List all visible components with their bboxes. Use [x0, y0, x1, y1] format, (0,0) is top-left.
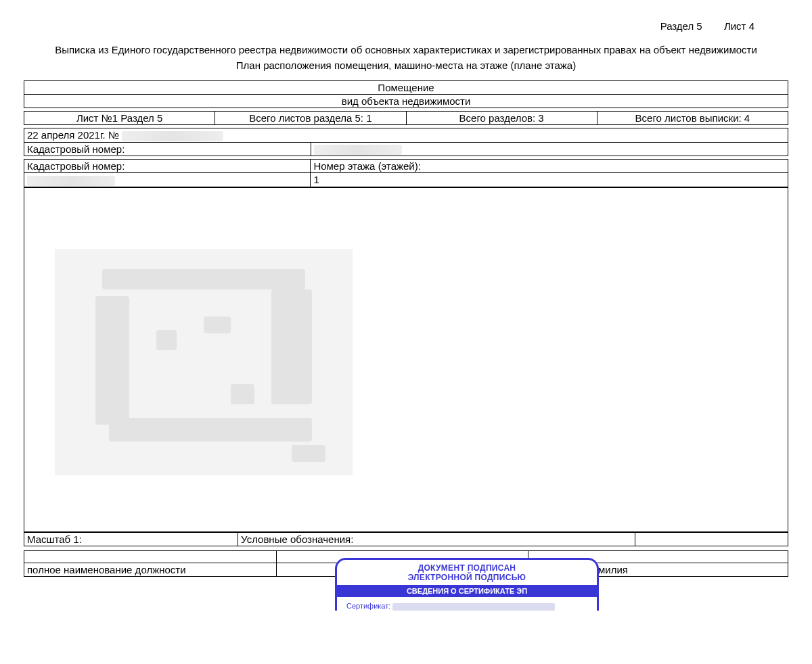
cadastre2-label: Кадастровый номер: [24, 160, 311, 173]
object-type: Помещение [24, 81, 788, 95]
cadastre1-label: Кадастровый номер: [24, 143, 311, 156]
legend-cell: Условные обозначения: [238, 532, 635, 546]
cadastre-floor-table: Кадастровый номер: Номер этажа (этажей):… [24, 159, 788, 187]
header-table: Помещение вид объекта недвижимости [24, 80, 788, 108]
stamp-line1a: ДОКУМЕНТ ПОДПИСАН [337, 563, 597, 573]
cadastre-row-1: Кадастровый номер: [24, 142, 788, 156]
empty-cell [635, 532, 788, 546]
floor-label: Номер этажа (этажей): [311, 160, 788, 173]
meta-sheet-no: Лист №1 Раздел 5 [24, 112, 215, 125]
object-category: вид объекта недвижимости [24, 95, 788, 108]
stamp-bar: СВЕДЕНИЯ О СЕРТИФИКАТЕ ЭП [337, 585, 597, 597]
meta-section-sheets: Всего листов раздела 5: 1 [215, 112, 406, 125]
floor-value: 1 [311, 173, 788, 187]
document-title: Выписка из Единого государственного реес… [24, 44, 788, 55]
stamp-line1b: ЭЛЕКТРОННОЙ ПОДПИСЬЮ [337, 573, 597, 582]
scale-table: Масштаб 1: Условные обозначения: [24, 532, 788, 546]
floor-plan-image [24, 187, 788, 532]
meta-table: Лист №1 Раздел 5 Всего листов раздела 5:… [24, 111, 788, 125]
cadastre2-value [24, 173, 311, 187]
meta-total-sections: Всего разделов: 3 [406, 112, 597, 125]
redacted-block [27, 176, 115, 186]
redacted-block [122, 131, 223, 141]
sig-empty-1 [24, 550, 277, 563]
stamp-cert: Сертификат: [337, 601, 597, 611]
scale-cell: Масштаб 1: [24, 532, 238, 546]
digital-signature-stamp: ДОКУМЕНТ ПОДПИСАН ЭЛЕКТРОННОЙ ПОДПИСЬЮ С… [335, 558, 599, 611]
date-row: 22 апреля 2021г. № [24, 128, 788, 143]
date-text: 22 апреля 2021г. № [27, 129, 122, 141]
redacted-block [392, 603, 555, 611]
stamp-cert-label: Сертификат: [346, 602, 390, 610]
cadastre1-value [311, 143, 788, 156]
section-label: Раздел 5 [660, 20, 702, 32]
meta-total-sheets: Всего листов выписки: 4 [597, 112, 788, 125]
document-subtitle: План расположения помещения, машино-мест… [24, 60, 788, 71]
sheet-label: Лист 4 [724, 20, 754, 32]
date-table: 22 апреля 2021г. № Кадастровый номер: [24, 128, 788, 156]
redacted-block [314, 145, 402, 155]
position-cell: полное наименование должности [24, 563, 277, 576]
page-heading-right: Раздел 5 Лист 4 [24, 20, 788, 32]
